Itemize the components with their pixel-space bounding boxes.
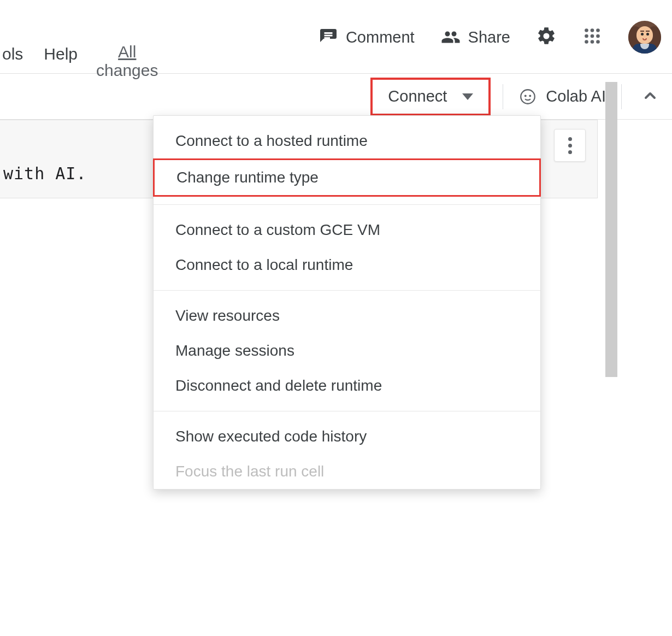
svg-point-4 <box>591 34 594 38</box>
svg-point-11 <box>529 95 532 97</box>
collapse-button[interactable] <box>634 80 667 113</box>
dropdown-item-view-resources[interactable]: View resources <box>154 298 540 333</box>
cell-more-button[interactable] <box>554 129 586 162</box>
svg-point-0 <box>585 28 588 32</box>
header-actions: Comment Share <box>319 21 661 54</box>
account-avatar[interactable] <box>628 21 661 54</box>
svg-point-9 <box>521 90 535 104</box>
svg-point-3 <box>585 34 588 38</box>
separator <box>621 84 622 109</box>
share-button[interactable]: Share <box>441 27 510 47</box>
comment-label: Comment <box>346 28 415 46</box>
dropdown-item-disconnect-delete[interactable]: Disconnect and delete runtime <box>154 368 540 403</box>
header: Comment Share ols Help <box>0 0 672 74</box>
separator <box>503 84 503 109</box>
all-changes-line1: All <box>96 43 158 61</box>
dropdown-separator <box>154 411 540 411</box>
svg-point-7 <box>591 40 594 44</box>
colab-ai-button[interactable]: Colab AI <box>515 85 609 108</box>
comment-button[interactable]: Comment <box>319 27 415 47</box>
settings-button[interactable] <box>537 27 556 47</box>
dropdown-item-focus-last-cell: Focus the last run cell <box>154 454 540 489</box>
svg-point-6 <box>585 40 588 44</box>
scrollbar-thumb[interactable] <box>605 82 617 377</box>
scrollbar[interactable] <box>605 82 617 377</box>
chevron-up-icon <box>641 87 659 107</box>
svg-point-1 <box>591 28 594 32</box>
menu-tools-partial[interactable]: ols <box>0 43 25 66</box>
dropdown-item-code-history[interactable]: Show executed code history <box>154 419 540 454</box>
dropdown-separator <box>154 290 540 291</box>
more-vert-icon <box>568 137 572 154</box>
comment-icon <box>319 27 338 47</box>
svg-point-2 <box>596 28 600 32</box>
menu-help[interactable]: Help <box>42 43 80 66</box>
dropdown-caret-icon <box>462 93 473 100</box>
connect-dropdown: Connect to a hosted runtime Change runti… <box>153 115 541 490</box>
connect-button[interactable]: Connect <box>370 78 491 116</box>
dropdown-item-hosted-runtime[interactable]: Connect to a hosted runtime <box>154 123 540 158</box>
dropdown-item-manage-sessions[interactable]: Manage sessions <box>154 333 540 368</box>
svg-point-10 <box>524 95 527 97</box>
gear-icon <box>536 26 557 49</box>
colab-ai-label: Colab AI <box>546 87 606 105</box>
colab-ai-icon <box>518 87 537 106</box>
dropdown-item-custom-gce-vm[interactable]: Connect to a custom GCE VM <box>154 213 540 248</box>
apps-grid-icon <box>582 26 602 48</box>
svg-point-5 <box>596 34 600 38</box>
dropdown-item-change-runtime-type[interactable]: Change runtime type <box>153 158 541 197</box>
share-icon <box>441 27 461 47</box>
dropdown-item-local-runtime[interactable]: Connect to a local runtime <box>154 248 540 282</box>
apps-button[interactable] <box>582 27 602 47</box>
dropdown-separator <box>154 204 540 205</box>
toolbar: Connect Colab AI <box>0 74 672 120</box>
cell-text-fragment: with AI. <box>3 164 87 183</box>
connect-label: Connect <box>388 87 447 105</box>
svg-point-8 <box>596 40 600 44</box>
share-label: Share <box>468 28 510 46</box>
